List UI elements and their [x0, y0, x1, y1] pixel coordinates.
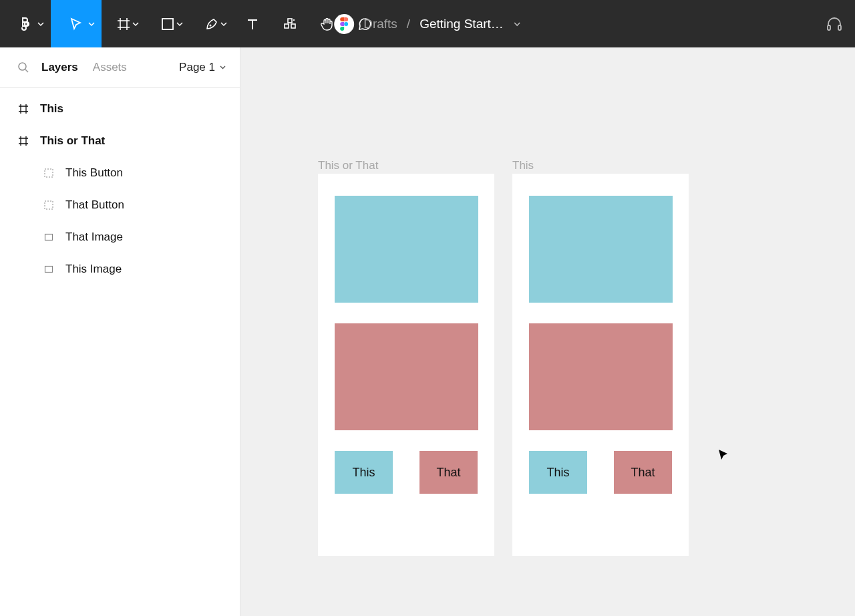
- svg-rect-10: [45, 169, 53, 177]
- rectangle-icon: [41, 233, 56, 242]
- voice-chat-button[interactable]: [826, 0, 843, 47]
- button-label: That: [436, 466, 460, 480]
- page-selector[interactable]: Page 1: [179, 61, 226, 74]
- layer-label: This: [40, 102, 63, 116]
- layer-frame-this-or-that[interactable]: This or That: [0, 125, 240, 157]
- text-icon: [245, 17, 260, 31]
- canvas-that-button[interactable]: That: [419, 451, 478, 494]
- layer-label: That Button: [65, 198, 124, 212]
- chevron-down-icon: [88, 21, 95, 27]
- rectangle-icon: [160, 17, 175, 31]
- hand-icon: [319, 16, 335, 32]
- frame-icon: [16, 136, 31, 146]
- chevron-down-icon: [132, 21, 139, 27]
- tab-assets[interactable]: Assets: [93, 61, 127, 74]
- layer-that-image[interactable]: That Image: [0, 221, 240, 253]
- figma-logo-icon: [339, 17, 349, 31]
- layers-tree: This This or That This Button That Butto…: [0, 88, 240, 285]
- group-icon: [41, 200, 56, 210]
- page-label: Page 1: [179, 61, 215, 74]
- chevron-down-icon: [37, 21, 44, 27]
- chevron-down-icon: [176, 21, 183, 27]
- figma-menu-icon: [17, 16, 33, 32]
- frame-label-this[interactable]: This: [512, 159, 534, 172]
- svg-rect-12: [45, 235, 53, 241]
- button-label: This: [352, 466, 375, 480]
- cursor-icon: [718, 449, 729, 461]
- layer-label: That Image: [65, 230, 123, 244]
- svg-point-9: [19, 63, 26, 70]
- document-title[interactable]: Getting Start…: [419, 17, 504, 31]
- layer-label: This Button: [65, 166, 123, 180]
- headphones-icon: [826, 15, 843, 33]
- chevron-down-icon[interactable]: [513, 20, 521, 28]
- svg-rect-7: [828, 25, 830, 30]
- svg-rect-8: [838, 25, 841, 30]
- text-tool-button[interactable]: [234, 0, 271, 47]
- tab-layers[interactable]: Layers: [41, 61, 78, 74]
- frame-tool-button[interactable]: [102, 0, 146, 47]
- canvas-this-image[interactable]: [335, 196, 478, 303]
- left-panel: Layers Assets Page 1 This This or That T…: [0, 47, 240, 616]
- canvas[interactable]: This or That This That This This That: [240, 47, 855, 616]
- svg-rect-3: [285, 24, 289, 28]
- frame-icon: [116, 17, 131, 31]
- canvas-that-image-2[interactable]: [529, 323, 673, 430]
- panel-header: Layers Assets Page 1: [0, 47, 240, 88]
- frame-icon: [16, 104, 31, 114]
- document-title-area: Drafts / Getting Start…: [334, 0, 521, 47]
- toolbar: Drafts / Getting Start…: [0, 0, 855, 47]
- breadcrumb-drafts[interactable]: Drafts: [363, 17, 397, 31]
- resources-icon: [283, 17, 297, 31]
- move-tool-button[interactable]: [51, 0, 102, 47]
- layer-that-button[interactable]: That Button: [0, 189, 240, 221]
- layer-frame-this[interactable]: This: [0, 93, 240, 125]
- layer-label: This or That: [40, 134, 105, 148]
- group-icon: [41, 168, 56, 178]
- figma-logo-badge: [334, 14, 354, 34]
- canvas-this-button-2[interactable]: This: [529, 451, 587, 494]
- canvas-that-button-2[interactable]: That: [614, 451, 672, 494]
- breadcrumb-separator: /: [407, 17, 410, 31]
- svg-point-2: [210, 24, 212, 26]
- frame-label-this-or-that[interactable]: This or That: [318, 159, 378, 172]
- canvas-frame-this-or-that[interactable]: This That: [318, 174, 494, 556]
- svg-rect-13: [45, 267, 53, 273]
- canvas-this-button[interactable]: This: [335, 451, 393, 494]
- button-label: This: [546, 466, 569, 480]
- svg-rect-5: [288, 19, 292, 23]
- resources-tool-button[interactable]: [271, 0, 309, 47]
- svg-rect-1: [162, 19, 173, 29]
- chevron-down-icon: [219, 63, 226, 71]
- cursor-icon: [69, 17, 83, 31]
- chevron-down-icon: [220, 21, 227, 27]
- layer-this-button[interactable]: This Button: [0, 157, 240, 189]
- main-menu-button[interactable]: [0, 0, 51, 47]
- canvas-frame-this[interactable]: This That: [512, 174, 689, 556]
- pen-icon: [204, 17, 219, 31]
- pen-tool-button[interactable]: [190, 0, 234, 47]
- search-icon[interactable]: [17, 61, 29, 73]
- canvas-that-image[interactable]: [335, 323, 478, 430]
- layer-label: This Image: [65, 263, 122, 276]
- button-label: That: [631, 466, 655, 480]
- layer-this-image[interactable]: This Image: [0, 253, 240, 285]
- svg-point-6: [344, 22, 348, 26]
- rectangle-icon: [41, 265, 56, 274]
- svg-rect-11: [45, 201, 53, 209]
- svg-rect-4: [291, 24, 295, 28]
- canvas-this-image-2[interactable]: [529, 196, 673, 303]
- shape-tool-button[interactable]: [146, 0, 190, 47]
